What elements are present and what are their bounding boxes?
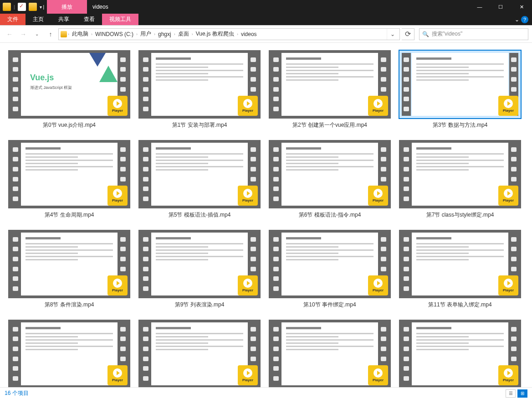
- video-thumbnail[interactable]: Vue.js渐进式 JavaScript 框架 Player: [8, 50, 130, 119]
- video-thumbnail[interactable]: Player: [399, 230, 521, 298]
- contextual-tab-play: 播放: [47, 0, 87, 14]
- file-name[interactable]: 第1节 安装与部署.mp4: [172, 121, 227, 129]
- search-input[interactable]: 🔍 搜索"videos": [419, 28, 528, 40]
- file-item[interactable]: Player 第13节 组件注册.mp4: [138, 320, 261, 387]
- file-name[interactable]: 第0节 vue.js介绍.mp4: [43, 121, 96, 129]
- breadcrumb-segment[interactable]: 用户: [138, 30, 153, 38]
- expand-ribbon-icon[interactable]: ⌄: [515, 16, 519, 23]
- minimize-button[interactable]: —: [469, 0, 490, 14]
- ribbon-tab-file[interactable]: 文件: [0, 14, 26, 25]
- video-thumbnail[interactable]: Player: [8, 230, 130, 298]
- thumbnail-preview: Vue.js渐进式 JavaScript 框架: [21, 53, 118, 116]
- refresh-button[interactable]: ⟳: [402, 28, 414, 40]
- back-button[interactable]: ←: [4, 28, 15, 40]
- video-thumbnail[interactable]: Player: [269, 320, 391, 387]
- details-view-button[interactable]: ☰: [506, 389, 516, 398]
- file-item[interactable]: Player 第5节 模板语法-插值.mp4: [138, 140, 261, 219]
- video-thumbnail[interactable]: Player: [138, 230, 261, 298]
- player-overlay-icon: Player: [238, 96, 258, 116]
- ribbon-tab-view[interactable]: 查看: [77, 14, 102, 25]
- file-item[interactable]: Player 第15节 免终端开发vue应用.mp4: [399, 320, 521, 387]
- play-icon: [373, 99, 383, 108]
- qat-folder-icon[interactable]: [29, 3, 37, 11]
- video-thumbnail[interactable]: Player: [8, 320, 130, 387]
- video-thumbnail[interactable]: Player: [399, 140, 521, 208]
- breadcrumb-segment[interactable]: ghgxj: [156, 31, 173, 37]
- file-name[interactable]: 第3节 数据与方法.mp4: [433, 121, 488, 129]
- qat-properties-icon[interactable]: [18, 3, 26, 11]
- address-bar[interactable]: › 此电脑 › WINDOWS (C:) › 用户 › ghgxj › 桌面 ›…: [58, 28, 400, 40]
- file-item[interactable]: Player 第6节 模板语法-指令.mp4: [269, 140, 391, 219]
- film-sprocket-icon: [141, 233, 150, 295]
- file-item[interactable]: Player 第11节 表单输入绑定.mp4: [399, 230, 521, 309]
- video-thumbnail[interactable]: Player: [269, 50, 391, 119]
- qat-overflow-icon[interactable]: ▾ |: [40, 5, 44, 10]
- file-item[interactable]: Player 第1节 安装与部署.mp4: [138, 50, 261, 129]
- help-icon[interactable]: ?: [521, 16, 528, 23]
- ribbon-tab-video-tools[interactable]: 视频工具: [102, 14, 138, 25]
- video-thumbnail[interactable]: Player: [269, 230, 391, 298]
- file-item[interactable]: Player 第2节 创建第一个vue应用.mp4: [269, 50, 391, 129]
- thumbnail-preview: [151, 53, 248, 116]
- film-sprocket-icon: [11, 53, 20, 116]
- file-name[interactable]: 第8节 条件渲染.mp4: [45, 301, 94, 309]
- film-sprocket-icon: [271, 53, 281, 116]
- file-name[interactable]: 第2节 创建第一个vue应用.mp4: [292, 121, 367, 129]
- file-item[interactable]: Player 第9节 列表渲染.mp4: [138, 230, 261, 309]
- video-thumbnail[interactable]: Player: [138, 140, 261, 208]
- file-item[interactable]: Player 第12节 组件基础.mp4: [8, 320, 130, 387]
- video-thumbnail[interactable]: Player: [138, 50, 261, 119]
- file-item[interactable]: Player 第14节 单文件组件.mp4: [269, 320, 391, 387]
- player-overlay-icon: Player: [368, 186, 388, 206]
- content-area[interactable]: Vue.js渐进式 JavaScript 框架 Player 第0节 vue.j…: [0, 43, 532, 387]
- file-name[interactable]: 第4节 生命周期.mp4: [45, 211, 94, 219]
- film-sprocket-icon: [141, 322, 150, 385]
- play-icon: [373, 189, 383, 198]
- thumbnails-view-button[interactable]: ⊞: [517, 389, 527, 398]
- breadcrumb-segment[interactable]: WINDOWS (C:): [93, 31, 135, 37]
- thumbnail-preview: [21, 322, 118, 385]
- player-overlay-icon: Player: [368, 275, 388, 295]
- file-item[interactable]: Vue.js渐进式 JavaScript 框架 Player 第0节 vue.j…: [8, 50, 130, 129]
- thumbnail-preview: [151, 322, 248, 385]
- file-name[interactable]: 第6节 模板语法-指令.mp4: [299, 211, 361, 219]
- film-sprocket-icon: [402, 53, 411, 116]
- ribbon-tab-home[interactable]: 主页: [26, 14, 51, 25]
- play-icon: [243, 189, 252, 198]
- player-overlay-icon: Player: [107, 275, 128, 295]
- breadcrumb-segment[interactable]: 桌面: [176, 30, 191, 38]
- file-item[interactable]: Player 第3节 数据与方法.mp4: [399, 50, 521, 129]
- file-item[interactable]: Player 第7节 class与style绑定.mp4: [399, 140, 521, 219]
- breadcrumb-segment[interactable]: videos: [239, 31, 259, 37]
- file-item[interactable]: Player 第8节 条件渲染.mp4: [8, 230, 130, 309]
- close-button[interactable]: ✕: [511, 0, 532, 14]
- file-name[interactable]: 第11节 表单输入绑定.mp4: [428, 301, 491, 309]
- breadcrumb-segment[interactable]: Vue.js 教程爬虫: [194, 30, 236, 38]
- file-name[interactable]: 第10节 事件绑定.mp4: [303, 301, 356, 309]
- video-thumbnail[interactable]: Player: [399, 320, 521, 387]
- file-name[interactable]: 第9节 列表渲染.mp4: [175, 301, 225, 309]
- recent-locations-button[interactable]: ⌄: [31, 28, 43, 40]
- up-button[interactable]: ↑: [45, 28, 56, 40]
- ribbon-tab-share[interactable]: 共享: [51, 14, 77, 25]
- video-thumbnail[interactable]: Player: [8, 140, 130, 208]
- player-overlay-icon: Player: [238, 365, 258, 385]
- forward-button[interactable]: →: [17, 28, 29, 40]
- thumbnail-preview: [151, 233, 248, 295]
- film-sprocket-icon: [11, 322, 20, 385]
- maximize-button[interactable]: ☐: [490, 0, 511, 14]
- video-thumbnail[interactable]: Player: [269, 140, 391, 208]
- address-dropdown-button[interactable]: ⌄: [387, 29, 398, 40]
- file-name[interactable]: 第7节 class与style绑定.mp4: [426, 211, 494, 219]
- breadcrumb-segment[interactable]: 此电脑: [70, 30, 90, 38]
- file-item[interactable]: Player 第4节 生命周期.mp4: [8, 140, 130, 219]
- video-thumbnail[interactable]: Player: [138, 320, 261, 387]
- file-item[interactable]: Player 第10节 事件绑定.mp4: [269, 230, 391, 309]
- film-sprocket-icon: [402, 322, 411, 385]
- titlebar: | ▾ | 播放 videos — ☐ ✕: [0, 0, 532, 14]
- search-placeholder: 搜索"videos": [432, 30, 462, 38]
- thumbnail-preview: [412, 53, 508, 116]
- play-icon: [504, 368, 513, 378]
- file-name[interactable]: 第5节 模板语法-插值.mp4: [169, 211, 231, 219]
- video-thumbnail[interactable]: Player: [399, 50, 521, 119]
